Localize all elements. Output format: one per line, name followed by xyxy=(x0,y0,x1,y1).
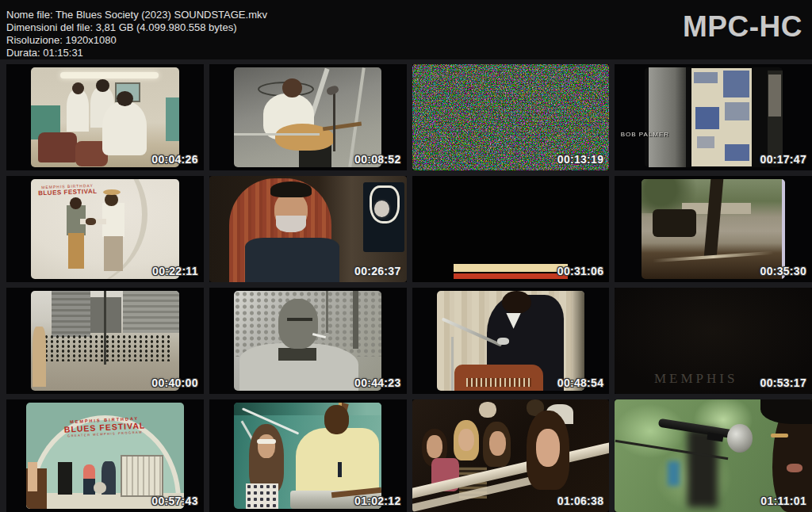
bandshell-scene: MEMPHIS BIRTHDAY BLUES FESTIVAL GREATER … xyxy=(26,403,184,508)
tree-trunk xyxy=(353,291,358,349)
face xyxy=(489,431,506,456)
timestamp-label: 00:31:06 xyxy=(557,265,603,277)
lamp-pole xyxy=(104,291,107,365)
timestamp-label: 00:26:37 xyxy=(354,265,400,277)
thumbnail-cell-12[interactable]: MEMPHIS 00:53:17 xyxy=(615,288,812,394)
head xyxy=(117,91,133,106)
timestamp-label: 00:57:43 xyxy=(151,495,197,507)
hat-brim xyxy=(760,399,812,424)
print-block xyxy=(723,71,749,97)
dark-collar xyxy=(278,348,317,361)
microphone xyxy=(497,338,509,345)
tan-trousers xyxy=(68,233,85,269)
pink-shirt-musician xyxy=(83,464,96,480)
thumbnail-cell-14[interactable]: 01:02:12 xyxy=(209,399,407,512)
gray-trousers xyxy=(104,236,123,271)
black-beret xyxy=(270,181,312,197)
thumbnail-cell-11[interactable]: 00:48:54 xyxy=(412,288,610,394)
pa-speakers xyxy=(121,455,163,497)
office-building xyxy=(123,291,179,333)
office-building xyxy=(52,291,90,337)
handshake-hands xyxy=(86,218,96,225)
plaid-shirt xyxy=(768,75,781,117)
background-head xyxy=(479,402,496,418)
timestamp-label: 00:48:54 xyxy=(557,376,603,389)
head xyxy=(105,193,118,206)
timestamp-label: 00:40:00 xyxy=(151,376,197,389)
microphone xyxy=(326,85,339,97)
thumbnail-cell-10[interactable]: 00:44:23 xyxy=(209,288,407,394)
thumbnail-cell-5[interactable]: MEMPHIS BIRTHDAY BLUES FESTIVAL 00:22:11 xyxy=(6,176,204,282)
poster-face xyxy=(373,199,391,218)
mpc-hc-logo: MPC-HC xyxy=(683,10,802,44)
dark-car xyxy=(653,209,695,237)
window-frame xyxy=(704,179,724,257)
timestamp-label: 00:04:26 xyxy=(151,153,197,166)
thumbnail-cell-2[interactable]: 00:08:52 xyxy=(209,64,407,170)
print-block xyxy=(725,102,749,120)
timestamp-label: 01:06:38 xyxy=(557,495,603,507)
tree-trunk xyxy=(326,291,329,333)
thumbnail-cell-16[interactable]: 01:11:01 xyxy=(615,399,812,512)
head xyxy=(502,291,531,314)
thumbnail-cell-15[interactable]: 01:06:38 xyxy=(412,399,610,512)
thumbnail-grid: 00:04:26 00:08:52 xyxy=(0,59,812,512)
gray-wall xyxy=(649,67,686,167)
amplifier xyxy=(58,462,72,495)
horizontal-pole xyxy=(234,133,320,136)
memphis-title-text: MEMPHIS xyxy=(654,371,737,387)
thumbnail-cell-6[interactable]: 00:26:37 xyxy=(209,176,407,282)
dark-shirt xyxy=(245,238,339,282)
duration-line: Durata: 01:15:31 xyxy=(6,47,812,59)
thumbnail-cell-9[interactable]: 00:40:00 xyxy=(6,288,204,394)
head xyxy=(70,197,82,209)
glasses-glint xyxy=(771,434,788,438)
timestamp-label: 00:22:11 xyxy=(152,265,198,277)
face xyxy=(427,435,442,457)
print-block xyxy=(697,136,715,148)
mic-stand xyxy=(333,91,335,151)
thumbnail-cell-1[interactable]: 00:04:26 xyxy=(6,64,204,170)
timestamp-label: 00:13:19 xyxy=(557,153,603,166)
head xyxy=(278,299,318,349)
timestamp-label: 01:02:12 xyxy=(354,495,400,507)
thumbnail-sheet: Nome file: The Blues Society (2023) SOUN… xyxy=(0,0,812,512)
face xyxy=(458,429,474,451)
blurred-figure xyxy=(688,429,717,507)
timestamp-label: 00:08:52 xyxy=(354,153,400,166)
thumbnail-cell-13[interactable]: MEMPHIS BIRTHDAY BLUES FESTIVAL GREATER … xyxy=(6,399,204,512)
timestamp-label: 00:17:47 xyxy=(760,153,806,166)
foreground-arm xyxy=(28,462,37,491)
steel-guitar-scene xyxy=(234,403,382,508)
thumbnail-cell-7[interactable]: 00:31:06 xyxy=(412,176,610,282)
print-block xyxy=(695,107,719,129)
thumbnail-cell-8[interactable]: 00:35:30 xyxy=(615,176,812,282)
foreground-figure xyxy=(33,327,46,387)
guitar-frets xyxy=(466,378,531,387)
woman-face xyxy=(258,434,275,457)
face-foreground xyxy=(536,429,560,467)
timestamp-label: 00:53:17 xyxy=(760,376,806,389)
customer-cape xyxy=(102,101,147,155)
head xyxy=(324,405,350,434)
mic-stand xyxy=(451,337,454,391)
thumbnail-cell-4[interactable]: BOB PALMER 00:17:47 xyxy=(615,64,812,170)
timestamp-label: 00:44:23 xyxy=(354,376,400,389)
pavement-line xyxy=(348,67,365,166)
white-sunglasses xyxy=(257,439,276,445)
teal-cabinet xyxy=(166,97,179,141)
red-bar xyxy=(454,273,568,279)
barber-chair xyxy=(38,132,77,162)
lips xyxy=(787,464,802,472)
pocket-pen xyxy=(338,462,342,477)
fluorescent-lamp xyxy=(60,72,158,78)
timestamp-label: 01:11:01 xyxy=(760,495,806,507)
head xyxy=(282,78,301,97)
white-beard xyxy=(276,216,305,232)
microphone-mesh-head xyxy=(727,424,753,453)
print-block xyxy=(694,72,718,83)
timestamp-label: 00:35:30 xyxy=(760,265,806,277)
thumbnail-cell-3[interactable]: 00:13:19 xyxy=(412,64,610,170)
file-info-header: Nome file: The Blues Society (2023) SOUN… xyxy=(0,0,812,59)
cream-bar xyxy=(454,264,568,271)
